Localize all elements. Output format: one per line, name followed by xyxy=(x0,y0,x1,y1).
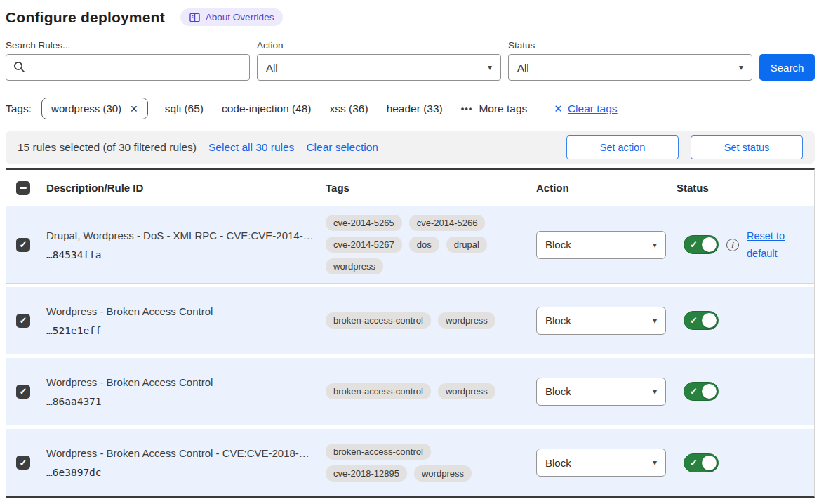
action-dropdown[interactable]: Block ▾ xyxy=(536,231,666,259)
selected-tag-wordpress[interactable]: wordpress (30) ✕ xyxy=(41,98,148,119)
status-toggle[interactable]: ✓ xyxy=(684,382,719,401)
action-value: Block xyxy=(545,239,571,251)
action-dropdown[interactable]: Block ▾ xyxy=(536,449,666,477)
more-tags-button[interactable]: ••• More tags xyxy=(461,102,528,115)
tags-bar: Tags: wordpress (30) ✕ sqli (65) code-in… xyxy=(6,98,815,119)
toggle-knob xyxy=(702,456,717,470)
rule-tags: broken-access-control wordpress xyxy=(326,312,515,329)
tag-pill: cve-2018-12895 xyxy=(326,465,407,482)
page-title: Configure deployment xyxy=(6,9,165,26)
table-row: ✓ Drupal, Wordpress - DoS - XMLRPC - CVE… xyxy=(6,206,814,284)
tag-filter-code-injection[interactable]: code-injection (48) xyxy=(222,102,312,115)
reset-to-default-link[interactable]: Reset to default xyxy=(747,227,793,262)
row-checkbox[interactable]: ✓ xyxy=(16,385,30,399)
chevron-down-icon: ▾ xyxy=(739,62,743,72)
check-icon: ✓ xyxy=(690,239,698,250)
tag-pill: wordpress xyxy=(414,465,472,482)
tag-pill: wordpress xyxy=(438,312,495,329)
search-rules-field: Search Rules... xyxy=(6,40,250,81)
status-toggle[interactable]: ✓ xyxy=(684,235,719,254)
column-header-status: Status xyxy=(677,182,814,194)
tag-pill: cve-2014-5266 xyxy=(409,215,486,231)
check-icon: ✓ xyxy=(20,387,27,396)
action-filter-field: Action All ▾ xyxy=(257,40,501,81)
status-filter-select[interactable]: All ▾ xyxy=(508,54,752,81)
action-filter-value: All xyxy=(266,62,278,74)
info-icon[interactable]: i xyxy=(726,239,739,251)
row-checkbox[interactable]: ✓ xyxy=(16,238,30,252)
status-toggle[interactable]: ✓ xyxy=(684,311,719,330)
status-toggle[interactable]: ✓ xyxy=(684,453,719,472)
selected-tag-label: wordpress (30) xyxy=(51,102,121,114)
action-filter-select[interactable]: All ▾ xyxy=(257,54,501,81)
selection-bar: 15 rules selected (of 30 filtered rules)… xyxy=(6,131,815,164)
rule-id: …6e3897dc xyxy=(46,467,313,478)
rule-id: …84534ffa xyxy=(46,249,313,260)
chevron-down-icon: ▾ xyxy=(653,240,657,250)
rule-description: Wordpress - Broken Access Control xyxy=(46,376,313,388)
remove-tag-icon[interactable]: ✕ xyxy=(130,103,138,114)
selection-summary: 15 rules selected (of 30 filtered rules) xyxy=(18,141,197,154)
clear-tags-button[interactable]: ✕ Clear tags xyxy=(554,102,617,115)
check-icon: ✓ xyxy=(690,458,698,468)
action-value: Block xyxy=(545,385,571,397)
tag-pill: wordpress xyxy=(438,383,495,399)
filter-bar: Search Rules... Action All ▾ Status All … xyxy=(6,40,815,81)
check-icon: ✓ xyxy=(20,458,27,467)
indeterminate-icon xyxy=(20,187,27,189)
tag-pill: cve-2014-5265 xyxy=(326,215,402,231)
tag-filter-header[interactable]: header (33) xyxy=(387,102,443,115)
tag-pill: broken-access-control xyxy=(326,383,431,399)
check-icon: ✓ xyxy=(690,386,698,397)
action-filter-label: Action xyxy=(257,40,501,51)
rule-description: Wordpress - Broken Access Control - CVE:… xyxy=(46,447,313,459)
table-row: ✓ Wordpress - Broken Access Control - CV… xyxy=(6,429,814,496)
toggle-knob xyxy=(702,313,717,328)
check-icon: ✓ xyxy=(690,315,698,326)
clear-tags-link[interactable]: Clear tags xyxy=(568,102,618,115)
tag-pill: wordpress xyxy=(326,258,383,274)
book-icon xyxy=(189,13,200,22)
action-value: Block xyxy=(545,314,571,326)
row-checkbox[interactable]: ✓ xyxy=(16,314,30,328)
select-all-checkbox[interactable] xyxy=(16,181,30,195)
ellipsis-icon: ••• xyxy=(461,103,473,114)
chevron-down-icon: ▾ xyxy=(653,387,657,397)
close-icon: ✕ xyxy=(554,102,563,115)
about-overrides-badge[interactable]: About Overrides xyxy=(180,8,284,26)
row-checkbox[interactable]: ✓ xyxy=(16,456,30,470)
status-filter-label: Status xyxy=(508,40,752,51)
rules-table: Description/Rule ID Tags Action Status ✓… xyxy=(6,168,815,498)
status-filter-value: All xyxy=(517,62,529,74)
rule-tags: broken-access-control wordpress xyxy=(326,383,515,399)
action-value: Block xyxy=(545,457,571,469)
rule-description: Drupal, Wordpress - DoS - XMLRPC - CVE:C… xyxy=(46,230,313,241)
table-header-row: Description/Rule ID Tags Action Status xyxy=(6,170,814,206)
column-header-description: Description/Rule ID xyxy=(40,182,326,194)
tag-pill: dos xyxy=(409,237,439,253)
tag-pill: broken-access-control xyxy=(326,312,431,329)
set-action-button[interactable]: Set action xyxy=(566,135,679,159)
about-overrides-label: About Overrides xyxy=(206,12,274,22)
column-header-action: Action xyxy=(536,182,677,194)
search-button[interactable]: Search xyxy=(759,54,815,81)
select-all-link[interactable]: Select all 30 rules xyxy=(208,141,294,154)
tag-pill: cve-2014-5267 xyxy=(326,237,402,253)
check-icon: ✓ xyxy=(20,240,27,249)
search-icon xyxy=(13,61,25,73)
tag-filter-xss[interactable]: xss (36) xyxy=(330,102,368,115)
table-row: ✓ Wordpress - Broken Access Control …521… xyxy=(6,287,814,354)
action-dropdown[interactable]: Block ▾ xyxy=(536,307,666,335)
chevron-down-icon: ▾ xyxy=(653,316,657,326)
tag-filter-sqli[interactable]: sqli (65) xyxy=(165,102,204,115)
search-rules-input[interactable] xyxy=(6,54,250,81)
action-dropdown[interactable]: Block ▾ xyxy=(536,378,666,406)
chevron-down-icon: ▾ xyxy=(488,62,492,72)
more-tags-label: More tags xyxy=(479,102,527,115)
clear-selection-link[interactable]: Clear selection xyxy=(306,141,378,154)
rule-tags: cve-2014-5265 cve-2014-5266 cve-2014-526… xyxy=(326,215,515,274)
check-icon: ✓ xyxy=(20,316,27,325)
rule-tags: broken-access-control cve-2018-12895 wor… xyxy=(326,444,515,482)
set-status-button[interactable]: Set status xyxy=(691,135,803,159)
column-header-tags: Tags xyxy=(326,182,536,194)
